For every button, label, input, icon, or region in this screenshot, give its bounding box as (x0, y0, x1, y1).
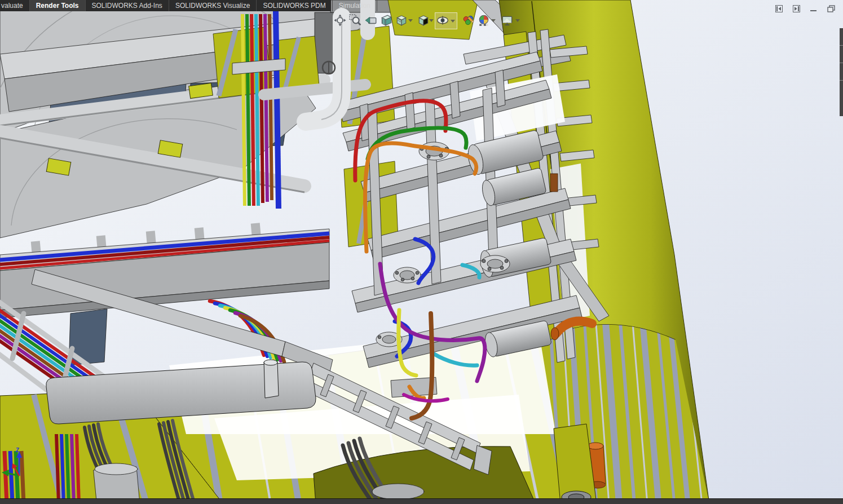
tab-label: Render Tools (36, 2, 79, 10)
hide-show-items-icon[interactable] (436, 14, 450, 28)
tab-label: SOLIDWORKS Visualize (175, 2, 250, 10)
previous-view-icon[interactable] (365, 14, 378, 28)
solidworks-window: valuate Render Tools SOLIDWORKS Add-Ins … (0, 0, 843, 504)
view-orientation-icon[interactable] (395, 14, 409, 28)
minimize-icon[interactable] (810, 5, 817, 12)
zoom-to-fit-icon[interactable] (334, 14, 347, 28)
flange-coupler (394, 267, 421, 283)
tab-label: valuate (1, 2, 23, 10)
tab-label: SOLIDWORKS PDM (263, 2, 325, 10)
tab-solidworks-pdm[interactable]: SOLIDWORKS PDM (257, 0, 332, 11)
apply-scene-dropdown[interactable] (491, 19, 496, 22)
hide-show-items-dropdown[interactable] (451, 20, 455, 23)
window-controls (775, 3, 835, 14)
zoom-to-area-icon[interactable] (349, 14, 363, 28)
tab-solidworks-add-ins[interactable]: SOLIDWORKS Add-Ins (86, 0, 169, 11)
x-axis-arrowhead (2, 470, 9, 476)
section-view-icon[interactable] (380, 14, 394, 28)
hide-show-items-active-frame (435, 12, 457, 29)
apply-scene-icon[interactable] (478, 14, 491, 28)
display-style-dropdown[interactable] (429, 19, 434, 22)
view-settings-dropdown[interactable] (515, 19, 520, 22)
3d-viewport[interactable] (0, 0, 843, 504)
tab-simulation[interactable]: Simulation (333, 0, 377, 11)
tab-label: SOLIDWORKS Add-Ins (92, 2, 162, 10)
collapse-panel-left-icon[interactable] (775, 5, 783, 12)
restore-icon[interactable] (827, 5, 835, 12)
status-bar-edge (0, 498, 843, 504)
tab-render-tools[interactable]: Render Tools (30, 0, 86, 11)
flange-coupler (480, 255, 510, 272)
tab-evaluate[interactable]: valuate (0, 0, 30, 11)
collapse-panel-right-icon[interactable] (793, 5, 800, 12)
orientation-triad: Z (1, 443, 41, 497)
tab-solidworks-visualize[interactable]: SOLIDWORKS Visualize (169, 0, 257, 11)
view-orientation-dropdown[interactable] (408, 19, 413, 22)
tab-label: Simulation (339, 2, 370, 10)
task-pane-edge[interactable] (840, 28, 843, 116)
edit-appearance-icon[interactable] (462, 14, 476, 28)
view-settings-icon[interactable] (501, 14, 515, 28)
command-manager-tab-bar: valuate Render Tools SOLIDWORKS Add-Ins … (0, 0, 331, 11)
heads-up-view-toolbar (332, 13, 529, 29)
